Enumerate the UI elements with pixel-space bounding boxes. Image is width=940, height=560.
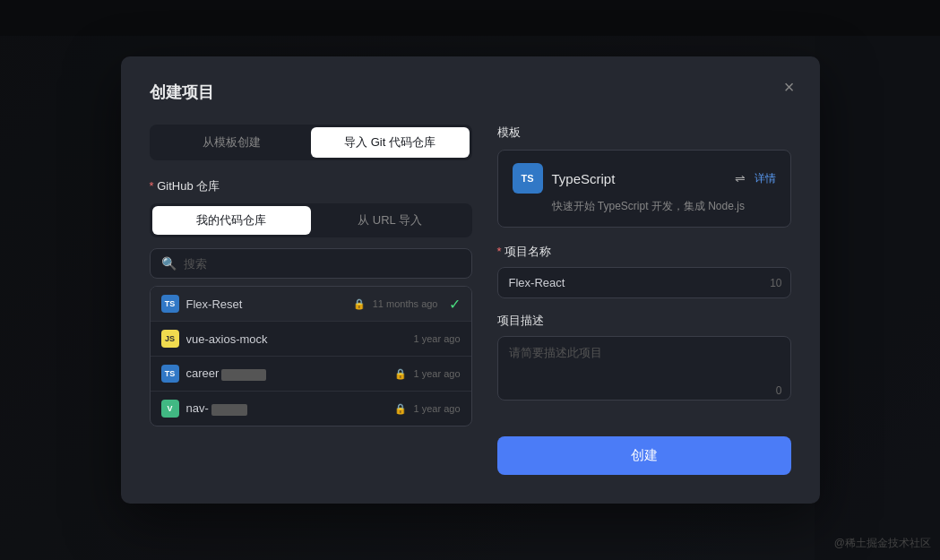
main-tab-group: 从模板创建 导入 Git 代码仓库	[150, 125, 472, 160]
close-button[interactable]: ×	[777, 74, 802, 99]
modal-body: 从模板创建 导入 Git 代码仓库 GitHub 仓库 我的代码仓库 从 URL…	[150, 125, 791, 475]
project-name-label: 项目名称	[497, 244, 791, 260]
project-desc-count: 0	[776, 384, 782, 397]
project-desc-label: 项目描述	[497, 313, 791, 329]
submit-button[interactable]: 创建	[497, 436, 791, 475]
template-arrows-icon: ⇌	[735, 171, 746, 185]
repo-time: 1 year ago	[414, 368, 461, 379]
repo-name: Flex-Reset	[186, 297, 346, 311]
repo-list: TS Flex-Reset 🔒 11 months ago ✓ JS vue-a…	[150, 286, 472, 426]
template-card[interactable]: TS TypeScript ⇌ 详情 快速开始 TypeScript 开发，集成…	[497, 150, 791, 228]
modal-overlay: 创建项目 × 从模板创建 导入 Git 代码仓库 GitHub 仓库 我的代码仓…	[0, 0, 940, 560]
watermark: @稀土掘金技术社区	[834, 536, 931, 551]
tab-import-git[interactable]: 导入 Git 代码仓库	[311, 127, 470, 158]
project-name-group: 项目名称 10	[497, 244, 791, 298]
lock-icon: 🔒	[353, 298, 366, 310]
repo-item[interactable]: V nav- 🔒 1 year ago	[151, 392, 471, 426]
search-input[interactable]	[184, 257, 461, 271]
search-box: 🔍	[150, 248, 472, 279]
repo-name: vue-axios-mock	[186, 332, 407, 346]
create-project-modal: 创建项目 × 从模板创建 导入 Git 代码仓库 GitHub 仓库 我的代码仓…	[121, 56, 820, 504]
github-label: GitHub 仓库	[150, 178, 472, 194]
project-desc-textarea[interactable]	[497, 336, 791, 401]
modal-title: 创建项目	[150, 82, 791, 103]
repo-item[interactable]: TS career 🔒 1 year ago	[151, 357, 471, 392]
repo-tab-group: 我的代码仓库 从 URL 导入	[150, 203, 472, 237]
repo-name: career	[186, 366, 387, 380]
template-header: TS TypeScript ⇌ 详情	[513, 163, 776, 194]
project-name-input[interactable]	[497, 267, 791, 298]
repo-time: 1 year ago	[414, 333, 461, 344]
repo-time: 11 months ago	[373, 298, 438, 309]
lang-badge-js: JS	[161, 330, 179, 348]
lock-icon: 🔒	[394, 403, 407, 415]
template-section-label: 模板	[497, 125, 791, 141]
check-icon: ✓	[449, 296, 461, 313]
right-column: 模板 TS TypeScript ⇌ 详情 快速开始 TypeScript 开发…	[497, 125, 791, 475]
tab-my-repos[interactable]: 我的代码仓库	[152, 206, 311, 235]
template-detail-link[interactable]: 详情	[755, 171, 776, 186]
lang-badge-v: V	[161, 400, 179, 418]
tab-url-import[interactable]: 从 URL 导入	[311, 206, 470, 235]
lang-badge-ts: TS	[161, 295, 179, 313]
left-column: 从模板创建 导入 Git 代码仓库 GitHub 仓库 我的代码仓库 从 URL…	[150, 125, 472, 475]
project-name-input-wrap: 10	[497, 267, 791, 298]
template-name: TypeScript	[552, 171, 722, 186]
tab-from-template[interactable]: 从模板创建	[152, 127, 311, 158]
project-desc-wrap: 0	[497, 336, 791, 404]
project-name-count: 10	[770, 277, 781, 289]
template-description: 快速开始 TypeScript 开发，集成 Node.js	[513, 199, 776, 214]
lock-icon: 🔒	[394, 368, 407, 380]
repo-time: 1 year ago	[414, 403, 461, 414]
project-desc-group: 项目描述 0	[497, 313, 791, 404]
repo-item[interactable]: JS vue-axios-mock 1 year ago	[151, 322, 471, 357]
lang-badge-ts: TS	[161, 365, 179, 383]
template-icon: TS	[513, 163, 543, 194]
repo-item[interactable]: TS Flex-Reset 🔒 11 months ago ✓	[151, 287, 471, 322]
search-icon: 🔍	[161, 256, 177, 271]
repo-name: nav-	[186, 401, 387, 415]
